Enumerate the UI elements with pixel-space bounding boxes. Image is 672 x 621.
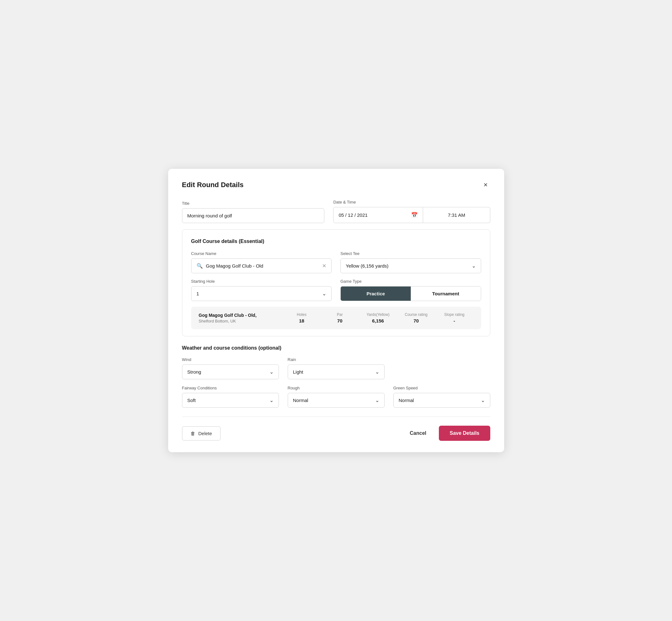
course-rating-stat: Course rating 70 bbox=[397, 313, 435, 323]
course-rating-label: Course rating bbox=[397, 313, 435, 317]
course-tee-row: Course Name 🔍 ✕ Select Tee Yellow (6,156… bbox=[191, 251, 481, 273]
yards-value: 6,156 bbox=[359, 318, 397, 323]
select-tee-value: Yellow (6,156 yards) bbox=[346, 263, 388, 268]
starting-hole-group: Starting Hole 1 ⌄ bbox=[191, 279, 332, 301]
course-name-label: Course Name bbox=[191, 251, 332, 256]
holes-stat: Holes 18 bbox=[283, 313, 321, 323]
par-label: Par bbox=[321, 313, 359, 317]
datetime-field-group: Date & Time 05 / 12 / 2021 📅 7:31 AM bbox=[333, 200, 490, 223]
course-name-field[interactable] bbox=[206, 263, 319, 268]
modal-header: Edit Round Details × bbox=[182, 180, 490, 190]
fairway-rough-green-row: Fairway Conditions Soft ⌄ Rough Normal ⌄… bbox=[182, 385, 490, 408]
cancel-button[interactable]: Cancel bbox=[404, 426, 432, 440]
course-info-bar: Gog Magog Golf Club - Old, Shelford Bott… bbox=[191, 307, 481, 329]
practice-button[interactable]: Practice bbox=[341, 287, 411, 301]
title-date-row: Title Date & Time 05 / 12 / 2021 📅 7:31 … bbox=[182, 200, 490, 223]
trash-icon: 🗑 bbox=[191, 431, 195, 436]
par-value: 70 bbox=[321, 318, 359, 323]
close-button[interactable]: × bbox=[481, 180, 490, 190]
title-input[interactable] bbox=[182, 208, 325, 223]
game-type-toggle: Practice Tournament bbox=[340, 286, 481, 301]
wind-dropdown[interactable]: Strong ⌄ bbox=[182, 365, 279, 379]
rain-field: Rain Light ⌄ bbox=[288, 357, 385, 379]
fairway-label: Fairway Conditions bbox=[182, 385, 279, 390]
rough-dropdown[interactable]: Normal ⌄ bbox=[288, 393, 385, 408]
hole-gametype-row: Starting Hole 1 ⌄ Game Type Practice Tou… bbox=[191, 279, 481, 301]
fairway-field: Fairway Conditions Soft ⌄ bbox=[182, 385, 279, 408]
time-input[interactable]: 7:31 AM bbox=[423, 207, 490, 223]
date-input[interactable]: 05 / 12 / 2021 📅 bbox=[333, 207, 423, 223]
footer-row: 🗑 Delete Cancel Save Details bbox=[182, 426, 490, 441]
holes-value: 18 bbox=[283, 318, 321, 323]
footer-right: Cancel Save Details bbox=[404, 426, 490, 441]
modal-title: Edit Round Details bbox=[182, 181, 244, 189]
course-name-input[interactable]: 🔍 ✕ bbox=[191, 258, 332, 273]
course-info-name: Gog Magog Golf Club - Old, Shelford Bott… bbox=[199, 313, 283, 323]
chevron-down-icon-3: ⌄ bbox=[269, 369, 274, 375]
search-icon: 🔍 bbox=[197, 263, 203, 269]
date-value: 05 / 12 / 2021 bbox=[339, 212, 368, 218]
yards-label: Yards(Yellow) bbox=[359, 313, 397, 317]
wind-value: Strong bbox=[187, 369, 201, 375]
par-stat: Par 70 bbox=[321, 313, 359, 323]
rain-dropdown[interactable]: Light ⌄ bbox=[288, 365, 385, 379]
golf-course-section: Golf Course details (Essential) Course N… bbox=[182, 230, 490, 336]
wind-rain-row: Wind Strong ⌄ Rain Light ⌄ bbox=[182, 357, 490, 379]
starting-hole-value: 1 bbox=[197, 291, 199, 296]
slope-rating-label: Slope rating bbox=[435, 313, 473, 317]
course-location-display: Shelford Bottom, UK bbox=[199, 319, 283, 323]
title-field-group: Title bbox=[182, 201, 325, 223]
green-speed-label: Green Speed bbox=[393, 385, 490, 390]
weather-section: Weather and course conditions (optional)… bbox=[182, 345, 490, 408]
clear-icon[interactable]: ✕ bbox=[322, 263, 326, 269]
chevron-down-icon-7: ⌄ bbox=[481, 397, 485, 403]
starting-hole-label: Starting Hole bbox=[191, 279, 332, 284]
game-type-group: Game Type Practice Tournament bbox=[340, 279, 481, 301]
tournament-button[interactable]: Tournament bbox=[411, 287, 481, 301]
time-value: 7:31 AM bbox=[448, 212, 465, 218]
starting-hole-dropdown[interactable]: 1 ⌄ bbox=[191, 286, 332, 301]
save-details-button[interactable]: Save Details bbox=[439, 426, 490, 441]
holes-label: Holes bbox=[283, 313, 321, 317]
rough-field: Rough Normal ⌄ bbox=[288, 385, 385, 408]
course-name-group: Course Name 🔍 ✕ bbox=[191, 251, 332, 273]
datetime-label: Date & Time bbox=[333, 200, 490, 204]
delete-label: Delete bbox=[199, 431, 212, 436]
date-time-inputs: 05 / 12 / 2021 📅 7:31 AM bbox=[333, 207, 490, 223]
weather-section-title: Weather and course conditions (optional) bbox=[182, 345, 490, 351]
chevron-down-icon: ⌄ bbox=[472, 263, 476, 269]
slope-rating-value: - bbox=[435, 318, 473, 323]
select-tee-label: Select Tee bbox=[340, 251, 481, 256]
rain-label: Rain bbox=[288, 357, 385, 362]
rough-value: Normal bbox=[293, 398, 308, 403]
wind-label: Wind bbox=[182, 357, 279, 362]
wind-field: Wind Strong ⌄ bbox=[182, 357, 279, 379]
slope-rating-stat: Slope rating - bbox=[435, 313, 473, 323]
select-tee-group: Select Tee Yellow (6,156 yards) ⌄ bbox=[340, 251, 481, 273]
yards-stat: Yards(Yellow) 6,156 bbox=[359, 313, 397, 323]
edit-round-modal: Edit Round Details × Title Date & Time 0… bbox=[168, 169, 504, 452]
fairway-value: Soft bbox=[187, 398, 196, 403]
chevron-down-icon-5: ⌄ bbox=[269, 397, 274, 403]
select-tee-dropdown[interactable]: Yellow (6,156 yards) ⌄ bbox=[340, 258, 481, 273]
calendar-icon: 📅 bbox=[411, 212, 418, 218]
fairway-dropdown[interactable]: Soft ⌄ bbox=[182, 393, 279, 408]
green-speed-dropdown[interactable]: Normal ⌄ bbox=[393, 393, 490, 408]
course-name-display: Gog Magog Golf Club - Old, bbox=[199, 313, 283, 318]
rain-value: Light bbox=[293, 369, 303, 375]
chevron-down-icon-6: ⌄ bbox=[375, 397, 379, 403]
delete-button[interactable]: 🗑 Delete bbox=[182, 426, 220, 441]
golf-course-title: Golf Course details (Essential) bbox=[191, 239, 481, 244]
chevron-down-icon-4: ⌄ bbox=[375, 369, 379, 375]
chevron-down-icon-2: ⌄ bbox=[322, 291, 326, 297]
rough-label: Rough bbox=[288, 385, 385, 390]
game-type-label: Game Type bbox=[340, 279, 481, 284]
title-label: Title bbox=[182, 201, 325, 206]
green-speed-value: Normal bbox=[399, 398, 414, 403]
green-speed-field: Green Speed Normal ⌄ bbox=[393, 385, 490, 408]
course-rating-value: 70 bbox=[397, 318, 435, 323]
